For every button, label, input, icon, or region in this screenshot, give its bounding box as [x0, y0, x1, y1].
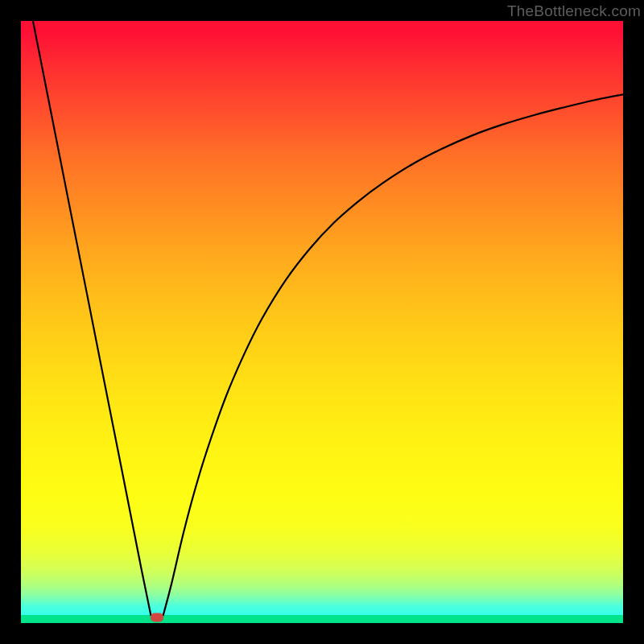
curve-left-branch	[33, 21, 151, 616]
curve-svg	[21, 21, 623, 623]
watermark-text: TheBottleneck.com	[507, 2, 641, 20]
plot-area	[21, 21, 623, 623]
optimum-marker	[151, 613, 163, 621]
curve-right-branch	[163, 94, 623, 616]
chart-container: TheBottleneck.com	[0, 0, 644, 644]
